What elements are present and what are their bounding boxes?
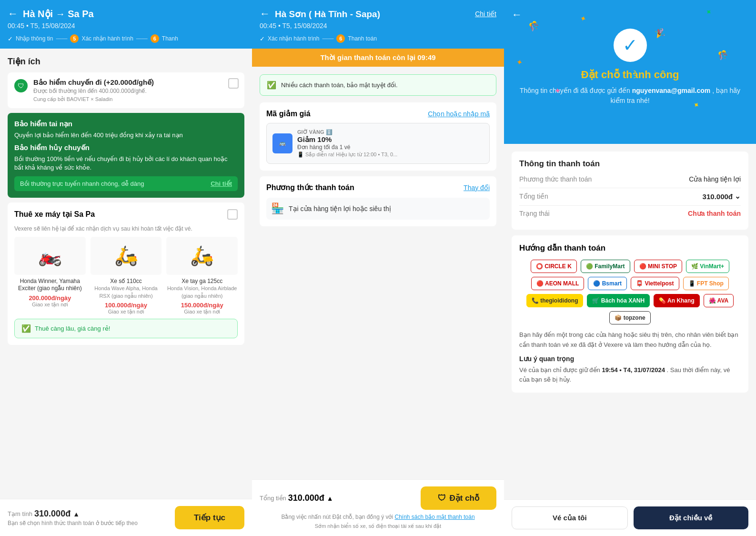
- payment-info-title: Thông tin thanh toán: [519, 159, 741, 169]
- step3-label: Thanh: [162, 35, 178, 42]
- bike-price-2: 100.000đ/ngày: [91, 302, 162, 309]
- panel1-route: Hà Nội → Sa Pa: [23, 8, 94, 20]
- bike-img-2: 🛵: [91, 237, 162, 275]
- rental-checkbox[interactable]: [227, 209, 238, 220]
- agree-link[interactable]: Chính sách bảo mật thanh toán: [395, 514, 475, 520]
- insurance-footer-text: Bồi thường trực tuyến nhanh chóng, dễ dà…: [20, 180, 144, 187]
- return-ticket-button[interactable]: Đặt chiều về: [634, 506, 749, 529]
- logo-vinmart: 🌿 VinMart+: [686, 260, 729, 273]
- p1-price-label: Tạm tính: [8, 510, 32, 517]
- store-name: Tại cửa hàng tiện lợi hoặc siêu thị: [289, 205, 391, 212]
- my-ticket-button[interactable]: Vé của tôi: [512, 506, 628, 529]
- user-email: nguyenvana@gmail.com: [632, 87, 711, 94]
- detail-link[interactable]: Chi tiết: [475, 10, 496, 18]
- voucher-label-text: GIỜ VÀNG: [297, 129, 324, 135]
- bike-item-2: 🛵 Xe số 110ccHonda Wave Alpha, Honda RSX…: [91, 237, 162, 315]
- security-check-icon: ✅: [267, 81, 276, 90]
- agree-text: Bằng việc nhấn nút Đặt chỗ, bạn đồng ý v…: [260, 514, 496, 520]
- book-icon: 🛡: [438, 494, 446, 503]
- guide-note-title: Lưu ý quan trọng: [519, 355, 741, 363]
- cancel-desc: Bồi thường 100% tiền vé nếu chuyến đi bị…: [14, 155, 238, 172]
- insurance-travel-name: Bảo hiểm chuyến đi (+20.000đ/ghế): [33, 78, 228, 87]
- total-label: Tổng tiền: [519, 192, 548, 200]
- desc-prefix: Thông tin chuyến đi đã được gửi đến: [520, 87, 630, 94]
- info-row-status: Trạng thái Chưa thanh toán: [519, 210, 741, 217]
- total-chevron: ⌄: [735, 192, 741, 201]
- insurance-travel-checkbox[interactable]: [228, 78, 239, 89]
- method-value: Cửa hàng tiện lợi: [689, 175, 741, 183]
- svg-text:🛡: 🛡: [18, 82, 24, 90]
- step-line-1: ——: [56, 35, 67, 42]
- discount-link[interactable]: Chọn hoặc nhập mã: [428, 110, 490, 118]
- voucher-note: 📱 Sắp diễn ra! Hiệu lực từ 12:00 • T3, 0…: [297, 152, 484, 158]
- panel-2: ← Hà Sơn ( Hà Tĩnh - Sapa) Chi tiết 00:4…: [252, 0, 504, 536]
- panel3-header: ← 🎊 ✦ 🎉 ✦ ✦ 🎊 ✦ ✦ ✦ ✓ Đặt chỗ thành công…: [504, 0, 756, 144]
- step2-label: Xác nhận hành trình: [81, 35, 133, 42]
- bike-price-3: 150.000đ/ngày: [166, 302, 238, 309]
- agree-prefix: Bằng việc nhấn nút Đặt chỗ, bạn đồng ý v…: [281, 514, 393, 520]
- check-icon: ✓: [623, 35, 638, 56]
- store-icon: 🏪: [271, 202, 284, 215]
- payment-method: 🏪 Tại cửa hàng tiện lợi hoặc siêu thị: [266, 198, 490, 220]
- status-label: Trạng thái: [519, 210, 550, 217]
- voucher-desc: Đơn hàng tối đa 1 vé: [297, 144, 484, 151]
- step-check-icon-1: ✓: [8, 35, 13, 42]
- p1-price-value: 310.000đ ▲: [34, 509, 80, 519]
- continue-button[interactable]: Tiếp tục: [175, 506, 244, 529]
- success-title: Đặt chỗ thành công: [512, 69, 748, 81]
- success-desc: Thông tin chuyến đi đã được gửi đến nguy…: [512, 86, 748, 106]
- note-deadline: 19:54 • T4, 31/07/2024: [602, 366, 665, 374]
- payment-change-link[interactable]: Thay đổi: [464, 184, 490, 192]
- security-notice: ✅ Nhiều cách thanh toán, bảo mật tuyệt đ…: [260, 74, 496, 96]
- logo-ankh: 💊 An Khang: [654, 294, 700, 307]
- rental-bikes: 🏍️ Honda Winner, Yamaha Exciter (giao ng…: [14, 237, 238, 315]
- voucher-label: GIỜ VÀNG ℹ️: [297, 129, 484, 135]
- bike-item-1: 🏍️ Honda Winner, Yamaha Exciter (giao ng…: [14, 237, 86, 315]
- info-row-total: Tổng tiền 310.000đ ⌄: [519, 192, 741, 201]
- status-value: Chưa thanh toán: [688, 210, 741, 217]
- panel-1: ← Hà Nội → Sa Pa 00:45 • T5, 15/08/2024 …: [0, 0, 252, 536]
- bike-name-2: Xe số 110ccHonda Wave Alpha, Honda RSX (…: [91, 278, 162, 300]
- discount-title: Mã giảm giá: [266, 109, 311, 118]
- timer-time: 09:49: [417, 53, 435, 61]
- step-num-6: 6: [151, 34, 159, 43]
- timer-label: Thời gian thanh toán còn lại: [320, 53, 415, 61]
- back-arrow-3[interactable]: ←: [512, 9, 522, 21]
- back-arrow-1[interactable]: ←: [8, 8, 18, 20]
- accident-desc: Quyền lợi bảo hiểm lên đến 400 triệu đồn…: [14, 131, 238, 140]
- logo-viettelpost: 📮 Viettelpost: [631, 277, 679, 290]
- rental-desc: Vexere sẽ liên hệ lại để xác nhận dịch v…: [14, 225, 238, 232]
- step-line-2: ——: [136, 35, 148, 42]
- total-value: 310.000đ ⌄: [703, 192, 741, 201]
- panel2-header: ← Hà Sơn ( Hà Tĩnh - Sapa) Chi tiết 00:4…: [252, 0, 504, 49]
- logo-bsmart: 🔵 Bsmart: [588, 277, 627, 290]
- guide-text: Bạn hãy đến một trong các cửa hàng hoặc …: [519, 330, 741, 350]
- guide-title: Hướng dẫn thanh toán: [519, 243, 741, 253]
- book-button[interactable]: 🛡 Đặt chỗ: [421, 486, 497, 510]
- panel2-body: ✅ Nhiều cách thanh toán, bảo mật tuyệt đ…: [252, 67, 504, 479]
- accident-title: Bảo hiểm tai nạn: [14, 120, 238, 128]
- back-arrow-2[interactable]: ←: [260, 8, 270, 20]
- panel2-footer: Tổng tiền 310.000đ ▲ 🛡 Đặt chỗ Bằng việc…: [252, 479, 504, 536]
- step-num-6-p2: 6: [336, 34, 345, 43]
- bike-delivery-1: Giao xe tận nơi: [14, 302, 86, 308]
- panel1-datetime: 00:45 • T5, 15/08/2024: [8, 22, 244, 30]
- insurance-travel-icon: 🛡: [13, 78, 29, 93]
- book-label: Đặt chỗ: [450, 493, 480, 503]
- payment-info-card: Thông tin thanh toán Phương thức thanh t…: [512, 152, 748, 230]
- insurance-box: Bảo hiểm tai nạn Quyền lợi bảo hiểm lên …: [8, 113, 244, 198]
- insurance-travel-text: Bảo hiểm chuyến đi (+20.000đ/ghế) Được b…: [33, 78, 228, 102]
- voucher-name: Giảm 10%: [297, 135, 484, 144]
- p1-footer-sub: Bạn sẽ chọn hình thức thanh toán ở bước …: [8, 520, 138, 526]
- insurance-detail-link[interactable]: Chi tiết: [211, 180, 232, 187]
- p2-price-value: 310.000đ ▲: [288, 493, 333, 503]
- logo-tgdd: 📞 thegioididong: [526, 294, 584, 307]
- panel2-route: Hà Sơn ( Hà Tĩnh - Sapa): [275, 9, 380, 20]
- guide-card: Hướng dẫn thanh toán ⭕ CIRCLE K 🟢 Family…: [512, 235, 748, 393]
- panel1-header: ← Hà Nội → Sa Pa 00:45 • T5, 15/08/2024 …: [0, 0, 252, 49]
- panel-3: ← 🎊 ✦ 🎉 ✦ ✦ 🎊 ✦ ✦ ✦ ✓ Đặt chỗ thành công…: [504, 0, 756, 536]
- bike-delivery-3: Giao xe tận nơi: [166, 309, 238, 315]
- panel1-steps: ✓ Nhập thông tin —— 5 Xác nhận hành trìn…: [8, 34, 244, 49]
- step-line-p2: ——: [322, 35, 333, 42]
- panel3-body: Thông tin thanh toán Phương thức thanh t…: [504, 144, 756, 499]
